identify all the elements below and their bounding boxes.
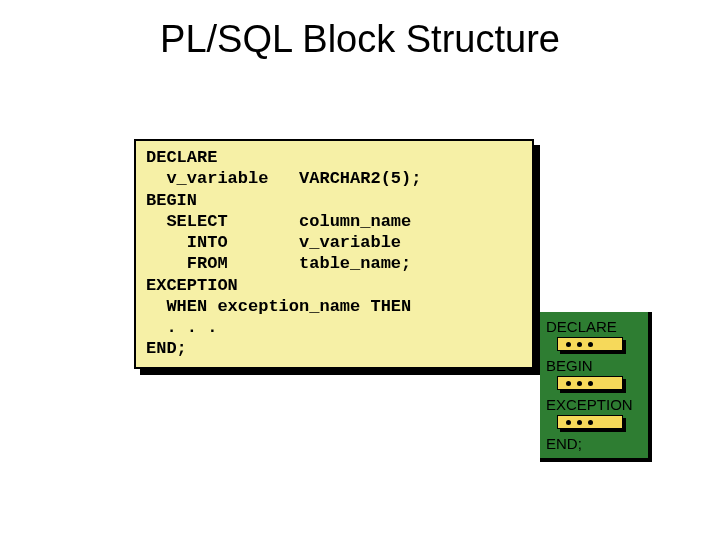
legend-begin-dots [546, 376, 642, 392]
code-line-from: FROM table_name; [146, 253, 522, 274]
legend-panel: DECLARE BEGIN EXCEPTION END; [540, 312, 652, 462]
code-line-end: END; [146, 338, 522, 359]
code-line-variable: v_variable VARCHAR2(5); [146, 168, 522, 189]
legend-exception-label: EXCEPTION [546, 396, 642, 413]
code-box: DECLARE v_variable VARCHAR2(5); BEGIN SE… [134, 139, 534, 369]
code-line-declare: DECLARE [146, 147, 522, 168]
legend-declare-dots [546, 337, 642, 353]
legend-exception-dots [546, 415, 642, 431]
code-line-ellipsis: . . . [146, 317, 522, 338]
legend-begin-label: BEGIN [546, 357, 642, 374]
code-line-begin: BEGIN [146, 190, 522, 211]
legend-end-label: END; [546, 435, 642, 452]
code-line-exception: EXCEPTION [146, 275, 522, 296]
code-line-select: SELECT column_name [146, 211, 522, 232]
page-title: PL/SQL Block Structure [0, 0, 720, 61]
code-line-when: WHEN exception_name THEN [146, 296, 522, 317]
code-line-into: INTO v_variable [146, 232, 522, 253]
legend-declare-label: DECLARE [546, 318, 642, 335]
